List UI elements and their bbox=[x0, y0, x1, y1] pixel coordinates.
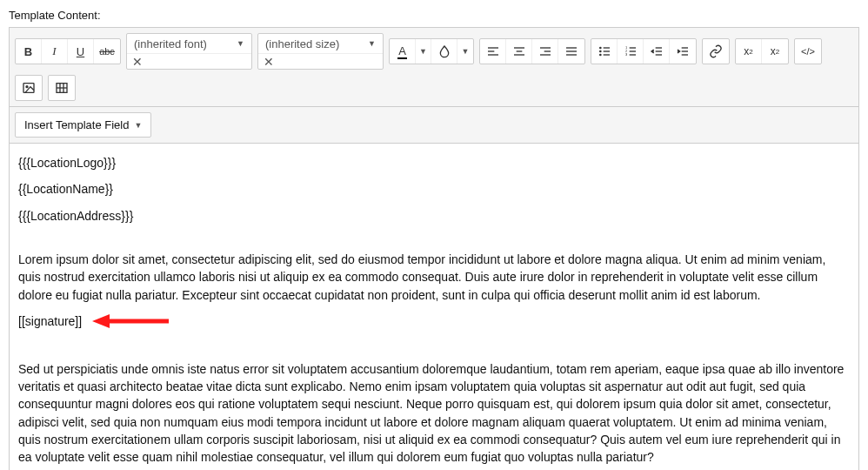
link-button[interactable] bbox=[703, 39, 729, 64]
toolbar-secondary: Insert Template Field ▼ bbox=[10, 107, 858, 144]
strikethrough-button[interactable]: abc bbox=[94, 39, 120, 64]
ordered-list-button[interactable]: 123 bbox=[618, 39, 644, 64]
align-justify-button[interactable] bbox=[558, 39, 584, 64]
template-paragraph: Sed ut perspiciatis unde omnis iste natu… bbox=[18, 360, 850, 467]
clear-font-button[interactable]: ✕ bbox=[127, 53, 251, 69]
bg-color-button[interactable] bbox=[431, 39, 457, 64]
font-family-select[interactable]: (inherited font) ▼ ✕ bbox=[126, 33, 252, 70]
image-group bbox=[15, 75, 43, 101]
align-left-button[interactable] bbox=[480, 39, 506, 64]
font-color-button[interactable]: A bbox=[390, 39, 416, 64]
underline-button[interactable]: U bbox=[68, 39, 94, 64]
align-right-button[interactable] bbox=[532, 39, 558, 64]
align-center-button[interactable] bbox=[506, 39, 532, 64]
chevron-down-icon: ▼ bbox=[237, 39, 244, 48]
editor-label: Template Content: bbox=[9, 9, 859, 22]
script-group: x2 x2 bbox=[735, 38, 789, 64]
align-group bbox=[479, 38, 585, 64]
svg-point-16 bbox=[599, 54, 600, 55]
code-view-group: </> bbox=[794, 38, 822, 64]
svg-marker-37 bbox=[92, 314, 110, 328]
svg-point-31 bbox=[26, 86, 28, 88]
insert-table-button[interactable] bbox=[49, 76, 75, 100]
italic-button[interactable]: I bbox=[42, 39, 68, 64]
font-size-select[interactable]: (inherited size) ▼ ✕ bbox=[257, 33, 384, 70]
table-icon bbox=[55, 81, 69, 95]
list-indent-group: 123 bbox=[591, 38, 697, 64]
insert-template-field-button[interactable]: Insert Template Field ▼ bbox=[15, 112, 151, 138]
annotation-arrow-icon bbox=[92, 312, 170, 330]
unordered-list-button[interactable] bbox=[591, 39, 618, 64]
outdent-button[interactable] bbox=[644, 39, 670, 64]
insert-template-field-label: Insert Template Field bbox=[24, 118, 129, 131]
text-style-group: B I U abc bbox=[15, 38, 121, 64]
template-paragraph: Lorem ipsum dolor sit amet, consectetur … bbox=[18, 251, 850, 304]
font-size-value: (inherited size) bbox=[265, 37, 339, 50]
insert-image-button[interactable] bbox=[16, 76, 42, 100]
toolbar: B I U abc (inherited font) ▼ ✕ (inherite… bbox=[10, 28, 858, 107]
font-family-value: (inherited font) bbox=[134, 37, 207, 50]
droplet-icon bbox=[437, 44, 451, 58]
link-group bbox=[702, 38, 730, 64]
subscript-button[interactable]: x2 bbox=[736, 39, 762, 64]
template-tag-location-address: {{{LocationAddress}}} bbox=[18, 207, 850, 225]
editor-content[interactable]: {{{LocationLogo}}} {{LocationName}} {{{L… bbox=[10, 144, 858, 470]
color-group: A ▼ ▼ bbox=[389, 38, 474, 64]
svg-point-12 bbox=[599, 47, 600, 48]
link-icon bbox=[709, 44, 723, 58]
chevron-down-icon: ▼ bbox=[134, 121, 142, 130]
superscript-button[interactable]: x2 bbox=[762, 39, 788, 64]
template-tag-location-logo: {{{LocationLogo}}} bbox=[18, 154, 850, 171]
bg-color-dropdown[interactable]: ▼ bbox=[457, 39, 473, 64]
clear-size-button[interactable]: ✕ bbox=[258, 53, 383, 69]
template-tag-location-name: {{LocationName}} bbox=[18, 180, 850, 198]
signature-placeholder: [[signature]] bbox=[18, 312, 82, 330]
code-view-button[interactable]: </> bbox=[795, 39, 821, 64]
indent-button[interactable] bbox=[670, 39, 696, 64]
chevron-down-icon: ▼ bbox=[368, 39, 376, 48]
font-color-dropdown[interactable]: ▼ bbox=[416, 39, 431, 64]
svg-text:3: 3 bbox=[625, 52, 628, 57]
svg-point-14 bbox=[599, 50, 600, 51]
bold-button[interactable]: B bbox=[16, 39, 42, 64]
image-icon bbox=[22, 81, 36, 95]
table-group bbox=[48, 75, 76, 101]
editor-container: B I U abc (inherited font) ▼ ✕ (inherite… bbox=[9, 27, 859, 470]
